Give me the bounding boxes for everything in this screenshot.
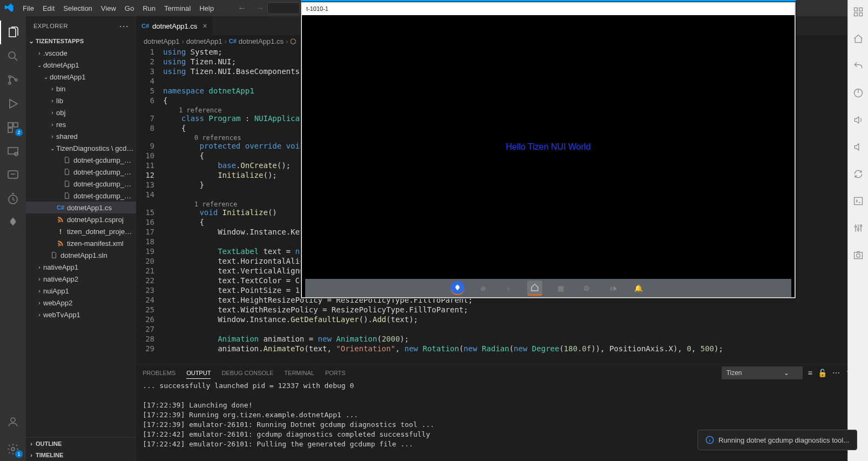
run-debug-icon[interactable] [0,92,26,116]
emulator-screen[interactable]: Hello Tizen NUI World [305,18,791,276]
svg-point-1 [9,76,11,78]
home-icon[interactable] [527,280,542,296]
svg-rect-7 [8,148,18,154]
tree-folder[interactable]: ›nativeApp2 [26,273,136,285]
tree-file[interactable]: dotnetApp1.csproj [26,213,136,225]
sidebar-title: EXPLORER [33,23,68,29]
tree-folder[interactable]: ›webTvApp1 [26,309,136,320]
lock-icon[interactable]: 🔓 [818,369,827,377]
tree-folder[interactable]: ›obj [26,106,136,118]
chat-icon[interactable] [0,163,26,187]
vscode-icon [4,3,14,13]
menu-go[interactable]: Go [120,2,138,15]
tizen-logo-icon[interactable] [450,281,465,295]
tree-folder[interactable]: ›.vscode [26,47,136,59]
svg-point-20 [857,229,859,230]
volume-icon[interactable]: 🕪 [605,280,620,296]
undo-icon[interactable] [850,57,867,75]
tree-folder[interactable]: ›bin [26,83,136,95]
tree-file[interactable]: tizen-manifest.xml [26,237,136,249]
sidebar: EXPLORER ⋯ ⌄ TIZENTESTAPPS ›.vscode⌄dotn… [26,16,136,461]
svg-point-2 [9,82,11,84]
menu-terminal[interactable]: Terminal [160,2,195,15]
panel-tab-ports[interactable]: PORTS [325,368,346,379]
menu-file[interactable]: File [18,2,38,15]
panel-tab-terminal[interactable]: TERMINAL [284,368,314,379]
tree-folder[interactable]: ›shared [26,130,136,142]
menu-run[interactable]: Run [138,2,160,15]
panel-tab-output[interactable]: OUTPUT [186,368,211,379]
svg-rect-9 [8,171,18,178]
outline-section[interactable]: › OUTLINE [26,437,136,449]
grid-icon[interactable] [850,3,867,21]
tree-folder[interactable]: ›res [26,118,136,130]
tree-file[interactable]: dotnet-gcdump_20241010... [26,154,136,166]
menu-edit[interactable]: Edit [38,2,59,15]
add-icon[interactable]: ⊕ [475,280,490,296]
tizen-icon[interactable] [0,211,26,235]
settings-icon[interactable]: 1 [0,437,26,461]
timer-icon[interactable] [0,187,26,211]
svg-rect-18 [854,197,862,204]
tree-folder[interactable]: ›lib [26,95,136,106]
output-channel-select[interactable]: Tizen⌄ [722,366,803,379]
remote-icon[interactable] [0,139,26,163]
tree-file[interactable]: !tizen_dotnet_project.yaml [26,225,136,237]
panel-tabs: PROBLEMSOUTPUTDEBUG CONSOLETERMINALPORTS… [136,364,868,382]
menu-help[interactable]: Help [195,2,218,15]
panel-tab-problems[interactable]: PROBLEMS [143,368,176,379]
svg-point-12 [11,447,15,451]
file-tree: ⌄ TIZENTESTAPPS ›.vscode⌄dotnetApp1⌄dotn… [26,35,136,437]
emulator-screen-text: Hello Tizen NUI World [506,142,590,152]
tree-folder[interactable]: ›nuiApp1 [26,285,136,297]
svg-point-19 [854,226,856,228]
accounts-icon[interactable] [0,410,26,434]
sliders-icon[interactable] [850,219,867,237]
source-control-icon[interactable] [0,68,26,92]
volume-up-icon[interactable] [850,111,867,129]
tree-folder[interactable]: ⌄dotnetApp1 [26,71,136,83]
tab-dotnetapp1[interactable]: C# dotnetApp1.cs × [136,16,213,35]
home-toolbar-icon[interactable] [850,30,867,48]
nav-forward-icon[interactable]: → [256,3,265,13]
tree-file[interactable]: dotnet-gcdump_20241010... [26,178,136,190]
menu-selection[interactable]: Selection [59,2,96,15]
nav-back-icon[interactable]: ← [238,3,246,13]
power-icon[interactable] [850,84,867,102]
command-center-input[interactable] [267,2,300,14]
svg-point-0 [9,52,15,58]
svg-rect-16 [859,13,862,16]
tree-folder[interactable]: ›nativeApp1 [26,261,136,273]
panel-tab-debug-console[interactable]: DEBUG CONSOLE [221,368,273,379]
extensions-icon[interactable]: 2 [0,116,26,139]
search-icon[interactable] [0,44,26,68]
tree-file[interactable]: dotnetApp1.sln [26,249,136,261]
list-icon[interactable]: ≡ [808,369,812,377]
sidebar-more-icon[interactable]: ⋯ [119,21,129,31]
tree-root[interactable]: ⌄ TIZENTESTAPPS [26,35,136,47]
tree-file[interactable]: dotnet-gcdump_20241010... [26,190,136,202]
tree-folder[interactable]: ›webApp2 [26,297,136,309]
settings-badge: 1 [15,450,23,458]
apps-icon[interactable]: ▦ [553,280,568,296]
explorer-icon[interactable] [0,21,26,44]
notification-toast[interactable]: Running dotnet gcdump diagnostics tool..… [697,430,857,450]
rotate-icon[interactable] [850,165,867,183]
tree-file[interactable]: dotnet-gcdump_20241010... [26,166,136,178]
menu-view[interactable]: View [97,2,120,15]
terminal-icon[interactable] [850,192,867,210]
csharp-icon: C# [142,23,149,29]
tree-folder[interactable]: ⌄dotnetApp1 [26,59,136,71]
tree-file[interactable]: C#dotnetApp1.cs [26,202,136,213]
timeline-section[interactable]: › TIMELINE [26,449,136,461]
tree-folder[interactable]: ⌄TizenDiagnostics \ gcdump [26,142,136,154]
more-icon[interactable]: ⋯ [832,369,840,377]
settings-nav-icon[interactable]: ⚙ [579,280,594,296]
emulator-titlebar[interactable]: t-1010-1 [302,2,795,15]
close-icon[interactable]: × [203,22,207,30]
volume-down-icon[interactable] [850,138,867,156]
screenshot-icon[interactable] [850,246,867,264]
back-icon[interactable]: ‹ [501,280,516,296]
notification-icon[interactable]: 🔔 [631,280,646,296]
emulator-window[interactable]: t-1010-1 Hello Tizen NUI World ⊕ ‹ ▦ ⚙ 🕪… [301,2,796,298]
